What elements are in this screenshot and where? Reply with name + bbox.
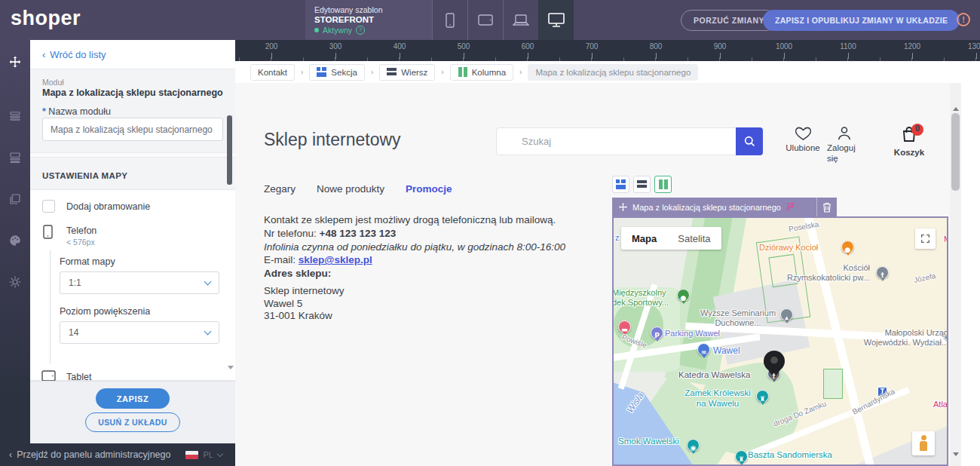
add-border-checkbox[interactable] — [42, 200, 55, 213]
login-button[interactable]: Zaloguj się — [826, 126, 862, 164]
church-pin-icon[interactable]: † — [876, 266, 889, 279]
language-code[interactable]: PL — [203, 450, 213, 459]
chevron-down-icon — [204, 277, 212, 285]
row-layout-button[interactable] — [633, 176, 651, 193]
section-icon — [616, 179, 626, 189]
park-pin-icon[interactable]: ● — [677, 289, 690, 302]
ruler-mark: 300 — [320, 42, 351, 51]
go-to-admin-link[interactable]: Przejdź do panelu administracyjnego — [17, 449, 170, 460]
tablet-breakpoint-icon — [41, 370, 56, 382]
search-button[interactable] — [736, 127, 763, 155]
zoom-level-label: Poziom powiększenia — [60, 306, 225, 317]
pegman-button[interactable] — [912, 431, 935, 455]
map-label: Kościół Rzymskokatolicki pw... — [770, 263, 870, 283]
sections-tool-icon[interactable] — [8, 109, 22, 123]
module-settings-panel: ‹ Wróć do listy Moduł Mapa z lokalizacją… — [30, 40, 235, 443]
back-to-list-link[interactable]: ‹ Wróć do listy — [30, 40, 235, 69]
right-margin — [961, 83, 980, 466]
parking-pin-icon[interactable]: P — [651, 327, 663, 339]
zoom-level-select[interactable]: 14 — [60, 321, 219, 344]
ruler-mark: 1300 — [961, 42, 980, 51]
map-castle-outline — [823, 369, 843, 399]
tower-pin-icon[interactable]: ♜ — [735, 450, 748, 463]
chevron-right-icon: › — [441, 68, 443, 76]
search-input[interactable] — [497, 128, 736, 155]
laptop-icon — [513, 14, 529, 26]
seminary-pin-icon[interactable]: ▴ — [780, 308, 793, 321]
device-desktop-button[interactable] — [538, 0, 574, 40]
tab-promocje[interactable]: Promocje — [406, 183, 452, 195]
breadcrumb-column[interactable]: Kolumna — [450, 64, 513, 81]
fullscreen-button[interactable] — [915, 228, 936, 249]
rows-tool-icon[interactable] — [8, 151, 22, 164]
panel-scrollbar-thumb[interactable] — [227, 115, 232, 185]
map-label: z — [615, 233, 620, 243]
phone-icon — [446, 13, 455, 28]
section-layout-button[interactable] — [612, 176, 629, 193]
module-drag-handle[interactable]: Mapa z lokalizacją sklepu stacjonarnego — [612, 198, 816, 216]
favorites-label: Ulubione — [786, 143, 819, 154]
preview-scrollbar-thumb[interactable] — [951, 113, 960, 191]
map-label: Atlant — [933, 400, 948, 409]
poland-flag-icon — [185, 451, 198, 459]
camera-pin-icon[interactable]: ◉ — [687, 439, 700, 452]
map-label: Wawel — [713, 345, 740, 356]
move-tool-icon[interactable] — [8, 55, 22, 69]
device-laptop-button[interactable] — [503, 0, 538, 40]
scroll-down-icon[interactable] — [953, 452, 959, 459]
bike-pin-icon[interactable]: ∞ — [697, 343, 710, 356]
map-label: M — [944, 235, 948, 244]
map-view-button[interactable]: Mapa — [621, 227, 667, 250]
hotel-pin-icon[interactable]: ▬ — [618, 320, 631, 333]
email-link[interactable]: sklep@sklep.pl — [299, 254, 372, 265]
map-type-control: Mapa Satelita — [621, 227, 721, 250]
delete-module-button[interactable] — [816, 198, 837, 216]
satellite-view-button[interactable]: Satelita — [667, 227, 721, 250]
cart-icon-wrap: 0 — [901, 126, 917, 146]
column-icon — [458, 67, 467, 77]
help-icon[interactable]: ? — [356, 26, 365, 35]
zoom-level-value: 14 — [69, 327, 78, 338]
settings-tool-icon[interactable] — [8, 275, 22, 289]
breadcrumb-page[interactable]: Kontakt — [250, 64, 295, 81]
scroll-up-icon[interactable] — [953, 104, 959, 111]
layers-tool-icon[interactable] — [8, 192, 22, 206]
breadcrumb-section[interactable]: Sekcja — [309, 64, 365, 81]
favorites-button[interactable]: Ulubione — [784, 126, 822, 154]
chevron-left-icon: ‹ — [9, 449, 12, 460]
column-layout-button[interactable] — [654, 176, 672, 193]
restaurant-pin-icon[interactable]: ● — [841, 241, 854, 253]
device-tablet-button[interactable] — [467, 0, 503, 40]
save-button[interactable]: ZAPISZ — [96, 388, 170, 409]
shop-tabs: Zegary Nowe produkty Promocje — [264, 183, 452, 195]
map-format-select[interactable]: 1:1 — [60, 271, 219, 294]
template-name: STOREFRONT — [314, 15, 423, 24]
remove-from-layout-button[interactable]: USUŃ Z UKŁADU — [85, 412, 180, 432]
module-overlay-bar: Mapa z lokalizacją sklepu stacjonarnego — [612, 198, 837, 216]
panel-scroll-down-icon[interactable] — [228, 366, 234, 372]
cart-button[interactable]: 0 Koszyk — [890, 126, 929, 158]
column-layout-buttons — [612, 176, 672, 193]
tablet-icon — [478, 14, 493, 26]
store-location-marker[interactable] — [764, 351, 785, 372]
template-status: Aktywny — [323, 26, 352, 35]
alert-icon[interactable]: ! — [957, 13, 970, 26]
back-to-list-label: Wróć do listy — [50, 49, 106, 60]
breadcrumb-row[interactable]: Wiersz — [379, 64, 435, 81]
map-label: Baszta Sandomierska — [748, 450, 832, 461]
template-kicker: Edytowany szablon — [314, 5, 423, 14]
castle-pin-icon[interactable]: ♜ — [756, 390, 769, 403]
map-format-label: Format mapy — [60, 256, 225, 267]
ruler-mark: 1000 — [769, 42, 799, 51]
module-name-input[interactable] — [42, 118, 223, 141]
device-phone-button[interactable] — [432, 0, 467, 40]
heart-icon — [795, 126, 812, 141]
save-publish-button[interactable]: ZAPISZ I OPUBLIKUJ ZMIANY W UKŁADZIE — [763, 10, 960, 31]
tab-zegary[interactable]: Zegary — [264, 183, 296, 195]
palette-tool-icon[interactable] — [8, 234, 22, 247]
chevron-down-icon[interactable] — [217, 451, 223, 457]
google-map[interactable]: ● † ● ▴ ▬ P ∞ ● † ♜ ◉ ♜ T Poselska Dziór… — [612, 216, 948, 466]
breadcrumb-current-module: Mapa z lokalizacją sklepu stacjonarnego — [528, 64, 698, 81]
tab-nowe-produkty[interactable]: Nowe produkty — [317, 183, 384, 195]
panel-footer: ZAPISZ USUŃ Z UKŁADU — [30, 381, 235, 443]
